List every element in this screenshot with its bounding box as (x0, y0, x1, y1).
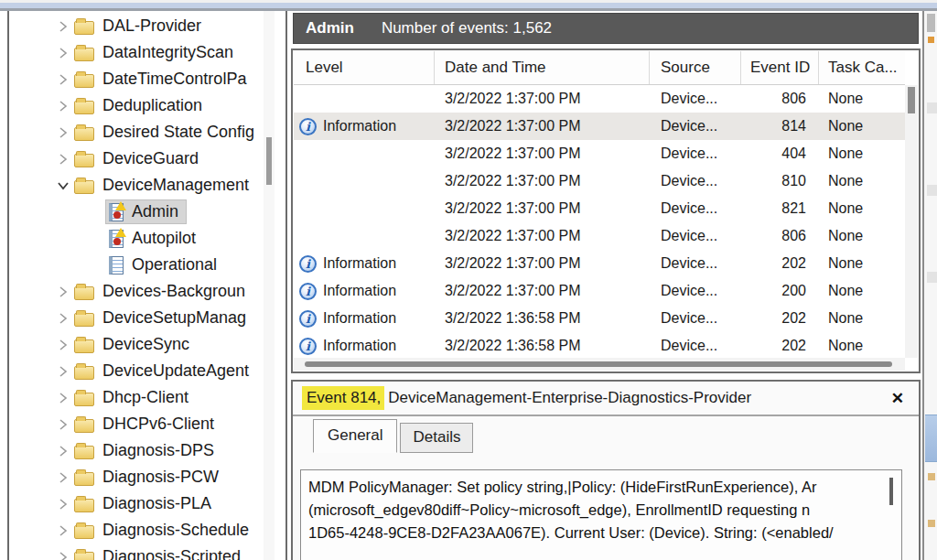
information-icon: i (299, 310, 317, 328)
tree-item-label: Diagnosis-DPS (102, 441, 214, 460)
tree-item-deduplication[interactable]: Deduplication (11, 92, 262, 119)
information-icon: i (299, 118, 317, 135)
tree-item-dataintegrityscan[interactable]: DataIntegrityScan (11, 39, 262, 66)
event-level: Information (323, 310, 396, 327)
actions-pane-icon-fragment (928, 473, 935, 480)
column-header-event-id[interactable]: Event ID (741, 51, 819, 84)
event-row[interactable]: i Information 3/2/2022 1:36:58 PM Device… (294, 305, 905, 332)
tree-expander[interactable] (55, 418, 71, 431)
description-scrollbar-thumb[interactable] (889, 478, 893, 505)
tree-item-diagnosis-pcw[interactable]: Diagnosis-PCW (11, 464, 262, 490)
event-list-vscroll-thumb[interactable] (908, 87, 915, 113)
tree-expander[interactable] (55, 181, 71, 190)
actions-pane-item-fragment (927, 272, 937, 283)
event-list-horizontal-scrollbar[interactable] (294, 358, 905, 371)
tree-item-label: Diagnosis-PCW (102, 468, 219, 487)
event-title-highlight: Event 814, (302, 386, 384, 410)
actions-pane-edge (922, 11, 937, 560)
event-table: Level Date and Time Source Event ID Task… (291, 48, 921, 373)
tree-expander[interactable] (55, 392, 71, 404)
tree-item-dhcpv6-client[interactable]: DHCPv6-Client (11, 411, 262, 437)
tree-expander[interactable] (55, 312, 71, 325)
event-row[interactable]: i Information 3/2/2022 1:37:00 PM Device… (294, 277, 905, 305)
event-source: Device... (650, 338, 741, 354)
tree-item-desired-state-config[interactable]: Desired State Config (11, 119, 262, 145)
event-description-box[interactable]: MDM PolicyManager: Set policy string,|Po… (300, 469, 902, 560)
tree-expander[interactable] (55, 20, 71, 33)
tree-item-diagnosis-pla[interactable]: Diagnosis-PLA (11, 490, 262, 517)
event-description-line: 1D65-4248-9CE8-D2FA23AA067E). Current Us… (308, 522, 881, 544)
chevron-right-icon (59, 285, 68, 298)
tree-item-admin[interactable]: Admin (11, 199, 262, 225)
log-header-bar: Admin Number of events: 1,562 (293, 13, 919, 44)
tree-item-devicemanagement[interactable]: DeviceManagement (11, 172, 262, 199)
event-row[interactable]: i Information 3/2/2022 1:37:00 PM Device… (294, 250, 905, 277)
event-row[interactable]: i 3/2/2022 1:37:00 PM Device... 821 None (294, 195, 905, 222)
tree-scrollbar[interactable] (264, 11, 275, 560)
column-header-task-category[interactable]: Task Ca... (819, 51, 905, 84)
event-list-hscroll-thumb[interactable] (305, 361, 892, 367)
tree-item-label: DeviceGuard (102, 149, 199, 168)
tree-item-operational[interactable]: Operational (11, 252, 262, 278)
tree-item-label: Devices-Backgroun (102, 282, 245, 301)
column-headers: Level Date and Time Source Event ID Task… (294, 51, 905, 85)
tree-item-icon (74, 419, 94, 433)
tree-item-devicesetupmanag[interactable]: DeviceSetupManag (11, 305, 262, 331)
tree-expander[interactable] (55, 471, 71, 484)
tree-item-diagnosis-scripted[interactable]: Diagnosis-Scripted (11, 544, 262, 560)
event-row[interactable]: i 3/2/2022 1:37:00 PM Device... 404 None (294, 140, 905, 167)
event-id: 202 (741, 338, 819, 354)
tree-expander[interactable] (55, 365, 71, 378)
event-row[interactable]: i 3/2/2022 1:37:00 PM Device... 810 None (294, 167, 905, 195)
tree-item-diagnosis-schedule[interactable]: Diagnosis-Schedule (11, 517, 262, 544)
tree-item-dal-provider[interactable]: DAL-Provider (11, 13, 262, 39)
tree-item-label: Diagnosis-Scripted (102, 547, 241, 560)
tree-expander[interactable] (55, 100, 71, 113)
tree-item-diagnosis-dps[interactable]: Diagnosis-DPS (11, 437, 262, 464)
event-row[interactable]: i 3/2/2022 1:37:00 PM Device... 806 None (294, 222, 905, 250)
actions-pane-item-fragment (927, 102, 937, 113)
tree-expander[interactable] (55, 524, 71, 537)
tree-item-deviceupdateagent[interactable]: DeviceUpdateAgent (11, 358, 262, 384)
actions-pane-selected-item-fragment[interactable] (925, 415, 937, 462)
event-row[interactable]: i Information 3/2/2022 1:37:00 PM Device… (294, 113, 905, 140)
tree-expander[interactable] (55, 153, 71, 166)
tree-expander[interactable] (55, 285, 71, 298)
column-header-source[interactable]: Source (650, 51, 741, 84)
tree-expander[interactable] (55, 551, 71, 560)
chevron-right-icon (59, 524, 68, 537)
column-header-level[interactable]: Level (294, 51, 435, 84)
event-id: 806 (741, 91, 819, 107)
event-list-vertical-scrollbar[interactable] (905, 85, 918, 358)
close-icon[interactable]: ✕ (891, 389, 904, 408)
tree-scrollbar-thumb[interactable] (266, 137, 272, 185)
tree-item-devices-backgroun[interactable]: Devices-Backgroun (11, 278, 262, 305)
column-header-date-time[interactable]: Date and Time (435, 51, 650, 84)
tree-item-label: Desired State Config (102, 123, 254, 142)
tree-item-datetimecontrolpa[interactable]: DateTimeControlPa (11, 66, 262, 92)
tree-item-autopilot[interactable]: Autopilot (11, 225, 262, 252)
tree-expander[interactable] (55, 73, 71, 86)
tree-expander[interactable] (55, 339, 71, 351)
event-id: 814 (741, 118, 819, 135)
event-row[interactable]: i 3/2/2022 1:37:00 PM Device... 806 None (294, 85, 905, 113)
event-rows: i 3/2/2022 1:37:00 PM Device... 806 None… (294, 85, 905, 358)
tab-details[interactable]: Details (400, 423, 473, 453)
event-id: 202 (741, 310, 819, 327)
event-task-category: None (819, 255, 905, 272)
tree-item-deviceguard[interactable]: DeviceGuard (11, 145, 262, 172)
event-level: Information (323, 255, 396, 272)
tree-expander[interactable] (55, 47, 71, 59)
tab-general[interactable]: General (313, 419, 397, 453)
tree-expander[interactable] (55, 498, 71, 511)
tree-expander[interactable] (55, 445, 71, 458)
event-datetime: 3/2/2022 1:37:00 PM (435, 145, 650, 162)
tree-expander[interactable] (55, 126, 71, 139)
tree-item-icon (74, 101, 94, 114)
event-datetime: 3/2/2022 1:36:58 PM (435, 338, 650, 354)
tree-item-dhcp-client[interactable]: Dhcp-Client (11, 384, 262, 411)
tree-item-icon (74, 446, 94, 459)
tree-item-devicesync[interactable]: DeviceSync (11, 331, 262, 358)
event-row[interactable]: i Information 3/2/2022 1:36:58 PM Device… (294, 332, 905, 358)
tree-item-label: Deduplication (102, 96, 202, 115)
